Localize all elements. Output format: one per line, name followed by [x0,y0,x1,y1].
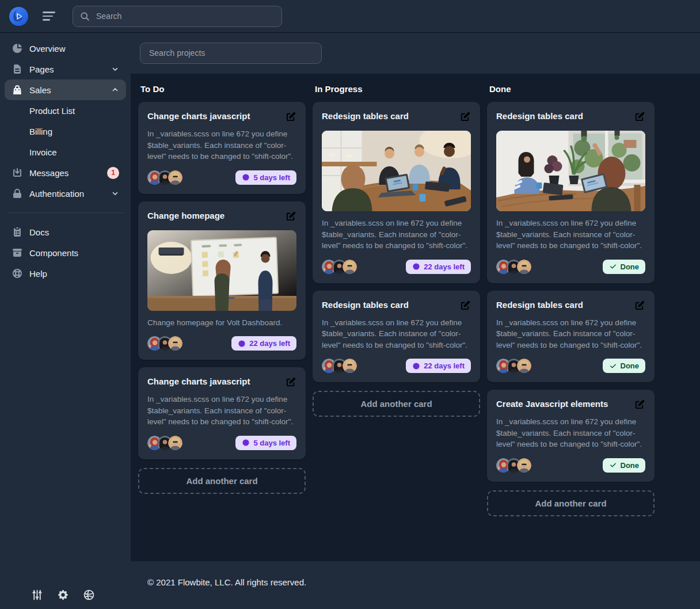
avatar-man-blond-sunglasses [517,458,531,473]
sidebar-footer-icons [5,589,126,601]
clock-icon [412,262,420,271]
card-description: In _variables.scss on line 672 you defin… [496,218,645,252]
lock-icon [12,188,23,199]
sidebar-item-billing[interactable]: Billing [5,121,126,142]
kanban-card[interactable]: Create Javascript elements In _variables… [487,390,655,482]
kanban-card[interactable]: Change homepage Change homepage for Volt… [138,201,306,360]
sidebar-item-overview[interactable]: Overview [5,38,126,59]
done-badge: Done [603,359,646,373]
clock-icon [412,362,420,370]
sidebar-item-messages[interactable]: Messages 1 [5,162,126,183]
avatar-group [496,260,531,274]
edit-card-button[interactable] [286,111,296,122]
card-title: Redesign tables card [322,300,409,310]
pie-chart-icon [12,43,23,54]
hamburger-menu-button[interactable] [40,8,58,24]
edit-card-button[interactable] [634,111,645,122]
due-badge: 22 days left [406,359,471,373]
edit-card-button[interactable] [460,300,471,311]
sidebar-item-authentication[interactable]: Authentication [5,183,126,204]
edit-icon [286,211,296,222]
messages-count-badge: 1 [107,167,119,179]
column-title: To Do [140,84,306,94]
globe-icon[interactable] [83,589,95,601]
kanban-board: To Do Change charts javascript In _varia… [131,74,700,561]
document-icon [12,63,23,75]
clock-icon [242,173,250,181]
column-title: In Progress [315,84,480,94]
avatar-man-blond-sunglasses [517,260,531,274]
kanban-column-done: Done Redesign tables card In _variables.… [487,84,655,561]
sidebar-item-docs[interactable]: Docs [5,222,126,242]
sidebar-item-components[interactable]: Components [5,242,126,263]
clock-icon [242,439,250,447]
sidebar-item-pages[interactable]: Pages [5,59,126,79]
avatar-group [147,170,182,185]
copyright-text: © 2021 Flowbite, LLC. All rights reserve… [147,577,306,587]
sidebar-item-label: Billing [29,127,52,136]
done-badge: Done [603,458,646,473]
project-search-input[interactable] [148,48,314,58]
edit-card-button[interactable] [286,376,296,387]
app-window: Overview Pages Sales Product List Billin… [0,0,700,609]
card-description: Change homepage for Volt Dashboard. [147,317,296,329]
clipboard-icon [12,226,23,238]
shopping-bag-icon [12,84,23,96]
check-icon [609,262,617,271]
edit-icon [460,111,471,122]
avatar-group [322,359,357,373]
sidebar-item-help[interactable]: Help [5,263,126,284]
due-badge: 22 days left [231,336,296,351]
avatar-man-blond-sunglasses [343,260,357,274]
sidebar-item-sales[interactable]: Sales [5,79,126,100]
avatar-man-blond-sunglasses [343,359,357,373]
sidebar-divider [7,212,124,213]
add-card-button[interactable]: Add another card [313,391,480,417]
kanban-card[interactable]: Redesign tables card In _variables.scss … [313,291,480,383]
avatar-group [496,458,531,473]
kanban-card[interactable]: Redesign tables card In _variables.scss … [487,291,655,383]
edit-icon [634,111,645,122]
add-card-button[interactable]: Add another card [138,468,306,494]
card-title: Change charts javascript [147,376,250,386]
avatar-group [147,436,182,450]
flowbite-logo-icon[interactable] [9,7,28,26]
sidebar-item-label: Overview [29,44,66,54]
due-badge: 22 days left [406,260,471,274]
column-title: Done [489,84,655,94]
sidebar-item-label: Authentication [29,189,84,199]
inbox-arrow-down-icon [12,167,23,178]
sidebar-item-invoice[interactable]: Invoice [5,142,126,162]
kanban-card[interactable]: Change charts javascript In _variables.s… [138,102,306,194]
navbar-search-input[interactable] [95,11,275,21]
card-description: In _variables.scss on line 672 you defin… [147,394,296,428]
kanban-card[interactable]: Change charts javascript In _variables.s… [138,367,306,459]
adjustments-sliders-icon[interactable] [31,589,43,601]
add-card-button[interactable]: Add another card [487,490,655,516]
sidebar-item-label: Help [29,269,47,279]
page-footer: © 2021 Flowbite, LLC. All rights reserve… [131,561,700,609]
sidebar-item-label: Sales [29,85,51,95]
chevron-down-icon [111,65,119,73]
card-title: Redesign tables card [322,111,409,121]
edit-card-button[interactable] [634,399,645,410]
card-description: In _variables.scss on line 672 you defin… [496,317,645,351]
edit-icon [634,399,645,410]
kanban-card[interactable]: Redesign tables card In _variables.scss … [313,102,480,283]
edit-card-button[interactable] [634,300,645,311]
kanban-card[interactable]: Redesign tables card In _variables.scss … [487,102,655,283]
due-badge: 5 days left [235,436,296,450]
gear-icon[interactable] [57,589,69,601]
chevron-down-icon [111,189,119,197]
sidebar-item-label: Invoice [29,147,57,157]
card-description: In _variables.scss on line 672 you defin… [322,218,471,252]
card-description: In _variables.scss on line 672 you defin… [322,317,471,351]
main-content: To Do Change charts javascript In _varia… [131,32,700,609]
card-photo-two-women-at-table [496,131,645,211]
sidebar-item-label: Docs [29,227,49,237]
sidebar-item-product-list[interactable]: Product List [5,100,126,121]
edit-card-button[interactable] [460,111,471,122]
clock-icon [238,340,246,348]
card-title: Redesign tables card [496,300,583,310]
edit-card-button[interactable] [286,211,296,222]
